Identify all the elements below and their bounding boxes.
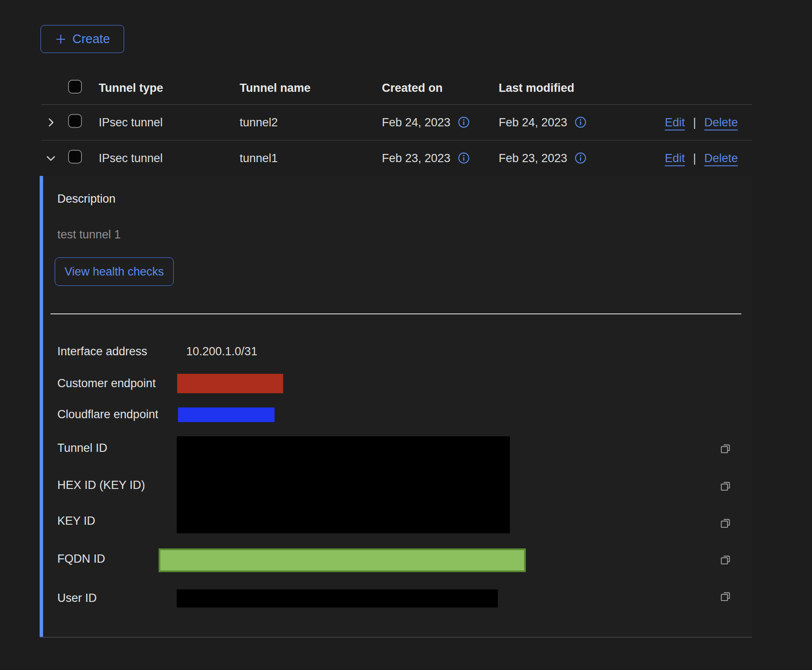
info-circle-icon[interactable] xyxy=(575,116,587,128)
tunnel-name-cell: tunnel1 xyxy=(240,151,278,165)
checkbox-box xyxy=(68,80,82,94)
info-circle-icon[interactable] xyxy=(458,116,470,128)
interface-address-label: Interface address xyxy=(57,345,147,358)
column-header-last-modified: Last modified xyxy=(499,81,575,95)
tunnel-name-cell: tunnel2 xyxy=(240,116,278,129)
edit-button[interactable]: Edit xyxy=(665,151,685,165)
copy-user-id-button[interactable] xyxy=(718,589,733,604)
chevron-right-icon xyxy=(45,116,57,128)
created-on-date: Feb 23, 2023 xyxy=(382,151,450,165)
actions-separator: | xyxy=(693,151,696,165)
created-on-cell: Feb 23, 2023 xyxy=(382,151,470,165)
copy-tunnel-id-button[interactable] xyxy=(718,441,733,456)
expand-row-button[interactable] xyxy=(44,115,58,130)
edit-button[interactable]: Edit xyxy=(665,116,685,129)
last-modified-date: Feb 24, 2023 xyxy=(499,116,567,129)
description-value: test tunnel 1 xyxy=(57,228,121,241)
row-checkbox[interactable] xyxy=(68,114,82,131)
create-button[interactable]: Create xyxy=(41,25,124,53)
fqdn-id-label: FQDN ID xyxy=(57,552,105,566)
interface-address-value: 10.200.1.0/31 xyxy=(186,345,257,358)
description-label: Description xyxy=(57,192,116,206)
view-health-checks-label: View health checks xyxy=(65,265,164,279)
checkbox-box xyxy=(68,114,82,128)
tunnels-page: Create Tunnel type Tunnel name Created o… xyxy=(0,0,812,670)
tunnel-type-cell: IPsec tunnel xyxy=(99,151,163,165)
copy-icon xyxy=(719,479,732,492)
customer-endpoint-redacted-value xyxy=(177,374,283,393)
checkbox-box xyxy=(68,150,82,163)
view-health-checks-button[interactable]: View health checks xyxy=(55,257,174,286)
table-header-row: Tunnel type Tunnel name Created on Last … xyxy=(41,61,752,105)
created-on-cell: Feb 24, 2023 xyxy=(382,116,470,129)
create-button-label: Create xyxy=(72,32,110,46)
user-id-label: User ID xyxy=(57,592,97,605)
user-id-redacted-value xyxy=(177,589,498,607)
plus-icon xyxy=(55,33,67,45)
key-id-label: KEY ID xyxy=(57,514,95,528)
column-header-tunnel-name: Tunnel name xyxy=(240,81,311,95)
cloudflare-endpoint-label: Cloudflare endpoint xyxy=(57,408,158,421)
copy-icon xyxy=(719,517,732,529)
copy-key-id-button[interactable] xyxy=(718,516,733,530)
copy-icon xyxy=(719,442,732,455)
copy-icon xyxy=(719,590,732,603)
id-values-redacted-block xyxy=(177,436,510,533)
copy-icon xyxy=(719,553,732,566)
actions-separator: | xyxy=(693,116,696,129)
last-modified-cell: Feb 24, 2023 xyxy=(499,116,587,129)
copy-fqdn-id-button[interactable] xyxy=(718,552,733,567)
column-header-tunnel-type: Tunnel type xyxy=(99,81,163,95)
expanded-panel-accent-bar xyxy=(40,176,43,637)
info-circle-icon[interactable] xyxy=(458,152,470,164)
chevron-down-icon xyxy=(45,152,57,164)
delete-button[interactable]: Delete xyxy=(704,151,738,165)
created-on-date: Feb 24, 2023 xyxy=(382,116,450,129)
row-actions: Edit | Delete xyxy=(665,151,738,165)
copy-hex-id-button[interactable] xyxy=(718,479,733,493)
row-checkbox[interactable] xyxy=(68,150,82,166)
panel-bottom-divider xyxy=(40,637,752,638)
column-header-created-on: Created on xyxy=(382,81,443,95)
last-modified-cell: Feb 23, 2023 xyxy=(499,151,587,165)
tunnel-id-label: Tunnel ID xyxy=(57,441,107,455)
row-actions: Edit | Delete xyxy=(665,116,738,129)
select-all-checkbox[interactable] xyxy=(68,80,82,97)
hex-id-label: HEX ID (KEY ID) xyxy=(57,479,145,492)
cloudflare-endpoint-redacted-value xyxy=(178,407,275,422)
tunnel-type-cell: IPsec tunnel xyxy=(99,116,163,129)
table-row: IPsec tunnel tunnel2 Feb 24, 2023 Feb 24… xyxy=(41,104,752,141)
last-modified-date: Feb 23, 2023 xyxy=(499,151,567,165)
fqdn-id-redacted-value xyxy=(159,548,526,572)
table-row: IPsec tunnel tunnel1 Feb 23, 2023 Feb 23… xyxy=(41,140,752,176)
delete-button[interactable]: Delete xyxy=(704,116,738,129)
panel-section-divider xyxy=(50,313,741,314)
customer-endpoint-label: Customer endpoint xyxy=(57,377,156,390)
collapse-row-button[interactable] xyxy=(44,151,58,166)
info-circle-icon[interactable] xyxy=(575,152,587,164)
